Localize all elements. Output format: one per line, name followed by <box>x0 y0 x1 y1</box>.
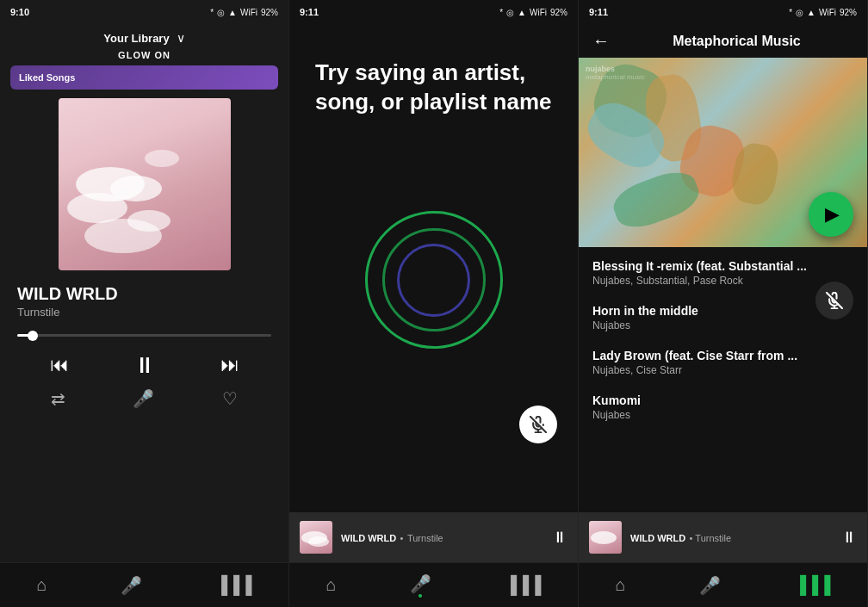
album-art-container <box>0 98 288 284</box>
status-time-2: 9:11 <box>300 7 319 17</box>
main-controls: ⏮ ⏸ ⏭ <box>0 344 288 387</box>
mini-title-2: WILD WRLD <box>341 533 396 543</box>
mic-icon-3: 🎤 <box>699 575 721 596</box>
tracks-section: Blessing It -remix (feat. Substantial ..… <box>579 247 867 512</box>
next-button[interactable]: ⏭ <box>220 356 239 375</box>
battery-icon: 92% <box>261 8 278 17</box>
library-icon-3: ▐▐▐ <box>794 575 831 595</box>
heart-button[interactable]: ♡ <box>222 390 238 407</box>
playlist-header: ← Metaphorical Music <box>579 24 867 58</box>
bluetooth-icon-2: * <box>499 8 503 17</box>
signal-icon: ▲ <box>228 8 237 17</box>
track-item-title: Blessing It -remix (feat. Substantial ..… <box>592 259 853 273</box>
bluetooth-icon-3: * <box>789 8 792 17</box>
album-art <box>59 98 231 270</box>
spacer-1 <box>0 418 288 562</box>
track-item-artist: Nujabes <box>592 319 853 331</box>
track-item-title: Lady Brown (feat. Cise Starr from ... <box>592 349 853 362</box>
status-bar-3: 9:11 * ◎ ▲ WiFi 92% <box>579 0 867 24</box>
track-title: WILD WRLD <box>17 284 271 304</box>
track-item-artist: Nujabes <box>592 409 853 421</box>
mini-art-2 <box>300 521 332 554</box>
library-title: Your Library <box>103 32 169 45</box>
mini-artist-3: Turnstile <box>695 533 731 543</box>
status-bar-2: 9:11 * ◎ ▲ WiFi 92% <box>289 0 578 24</box>
mini-info-3: WILD WRLD • Turnstile <box>630 530 833 545</box>
mini-art-3 <box>589 521 622 554</box>
mini-info-2: WILD WRLD • Turnstile <box>341 530 543 545</box>
play-overlay-button[interactable]: ▶ <box>809 192 853 237</box>
glow-on-badge: GLOW ON <box>0 48 288 65</box>
mini-pause-button-2[interactable]: ⏸ <box>552 529 567 547</box>
nav-library-2[interactable]: ▐▐▐ <box>505 575 542 595</box>
home-icon-3: ⌂ <box>616 575 626 595</box>
wifi-icon-3: WiFi <box>819 8 836 17</box>
nav-mic-1[interactable]: 🎤 <box>121 575 142 596</box>
mini-artist-2: Turnstile <box>407 533 443 543</box>
shuffle-button[interactable]: ⇄ <box>51 390 65 407</box>
back-button[interactable]: ← <box>592 31 610 51</box>
track-item-artist: Nujabes, Cise Starr <box>592 364 853 376</box>
voice-animation <box>289 134 578 426</box>
prev-button[interactable]: ⏮ <box>50 356 69 375</box>
battery-icon-3: 92% <box>840 8 857 17</box>
library-icon-2: ▐▐▐ <box>505 575 542 595</box>
nav-home-2[interactable]: ⌂ <box>326 575 337 595</box>
battery-icon-2: 92% <box>550 8 567 17</box>
mini-pause-button-3[interactable]: ⏸ <box>841 529 857 547</box>
playlist-title: Metaphorical Music <box>620 34 853 49</box>
status-icons-1: * ◎ ▲ WiFi 92% <box>210 8 278 17</box>
bottom-nav-1: ⌂ 🎤 ▐▐▐ <box>0 562 288 607</box>
liked-songs-label: Liked Songs <box>19 72 75 83</box>
location-icon: ◎ <box>217 8 225 17</box>
signal-icon-3: ▲ <box>807 8 815 17</box>
progress-bar-container[interactable] <box>0 327 288 344</box>
mute-button[interactable] <box>519 406 557 443</box>
library-icon-1: ▐▐▐ <box>215 575 252 595</box>
mini-title-3: WILD WRLD <box>630 533 685 543</box>
playlist-panel: 9:11 * ◎ ▲ WiFi 92% ← Metaphorical Music… <box>579 0 868 607</box>
bottom-nav-2: ⌂ 🎤 ▐▐▐ <box>289 562 578 607</box>
wifi-icon: WiFi <box>240 8 257 17</box>
nav-mic-2[interactable]: 🎤 <box>410 573 431 598</box>
voice-prompt: Try saying an artist, song, or playlist … <box>289 24 578 134</box>
mute-area <box>289 426 578 512</box>
playlist-art: nujabes metaphorical music ▶ <box>579 58 867 247</box>
track-item-title: Kumomi <box>592 393 853 407</box>
track-info: WILD WRLD Turnstile <box>0 284 288 327</box>
home-icon-1: ⌂ <box>37 575 47 595</box>
status-time-1: 9:10 <box>10 7 29 17</box>
mic-icon-1: 🎤 <box>121 575 142 596</box>
mute-button-p3[interactable] <box>815 282 853 319</box>
tracks-list: Blessing It -remix (feat. Substantial ..… <box>579 247 867 433</box>
nav-library-1[interactable]: ▐▐▐ <box>215 575 252 595</box>
nav-library-3[interactable]: ▐▐▐ <box>794 575 831 595</box>
status-bar-1: 9:10 * ◎ ▲ WiFi 92% <box>0 0 288 24</box>
now-playing-panel: 9:10 * ◎ ▲ WiFi 92% Your Library ∨ GLOW … <box>0 0 289 607</box>
voice-search-panel: 9:11 * ◎ ▲ WiFi 92% Try saying an artist… <box>289 0 579 607</box>
track-item[interactable]: Kumomi Nujabes <box>579 385 867 430</box>
mic-icon-2: 🎤 <box>410 573 431 598</box>
chevron-down-icon[interactable]: ∨ <box>177 31 185 45</box>
nav-home-3[interactable]: ⌂ <box>616 575 626 595</box>
mini-player-2[interactable]: WILD WRLD • Turnstile ⏸ <box>289 512 578 562</box>
ring-inner <box>397 244 470 317</box>
nav-home-1[interactable]: ⌂ <box>37 575 47 595</box>
secondary-controls: ⇄ 🎤 ♡ <box>0 387 288 418</box>
art-label: nujabes <box>586 65 615 73</box>
library-header: Your Library ∨ <box>0 24 288 48</box>
progress-knob[interactable] <box>28 331 38 341</box>
bottom-nav-3: ⌂ 🎤 ▐▐▐ <box>579 562 867 607</box>
pause-button[interactable]: ⏸ <box>133 354 156 376</box>
liked-songs-banner[interactable]: Liked Songs <box>10 65 278 90</box>
location-icon-2: ◎ <box>506 8 514 17</box>
location-icon-3: ◎ <box>796 8 803 17</box>
mini-player-3[interactable]: WILD WRLD • Turnstile ⏸ <box>579 512 867 562</box>
nav-mic-3[interactable]: 🎤 <box>699 575 721 596</box>
track-item-artist: Nujabes, Substantial, Pase Rock <box>592 275 853 287</box>
status-icons-2: * ◎ ▲ WiFi 92% <box>499 8 567 17</box>
track-item[interactable]: Lady Brown (feat. Cise Starr from ... Nu… <box>579 340 867 385</box>
mic-button[interactable]: 🎤 <box>133 390 154 407</box>
art-subtitle: metaphorical music <box>586 73 645 81</box>
status-time-3: 9:11 <box>589 7 608 17</box>
